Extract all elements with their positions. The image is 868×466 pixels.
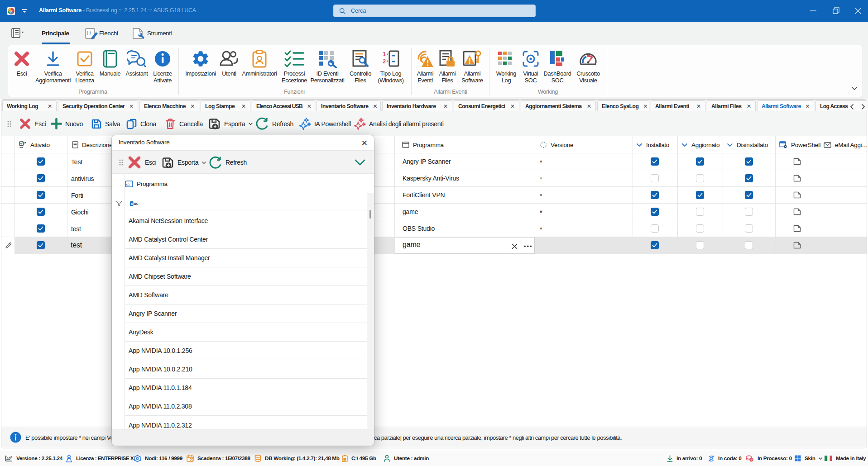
svg-text:{ }: { } [86,30,91,35]
svg-text:c:\: c:\ [126,183,129,186]
svg-text:2: 2 [383,58,386,65]
svg-text:2: 2 [10,456,12,458]
svg-text:1: 1 [383,51,386,57]
